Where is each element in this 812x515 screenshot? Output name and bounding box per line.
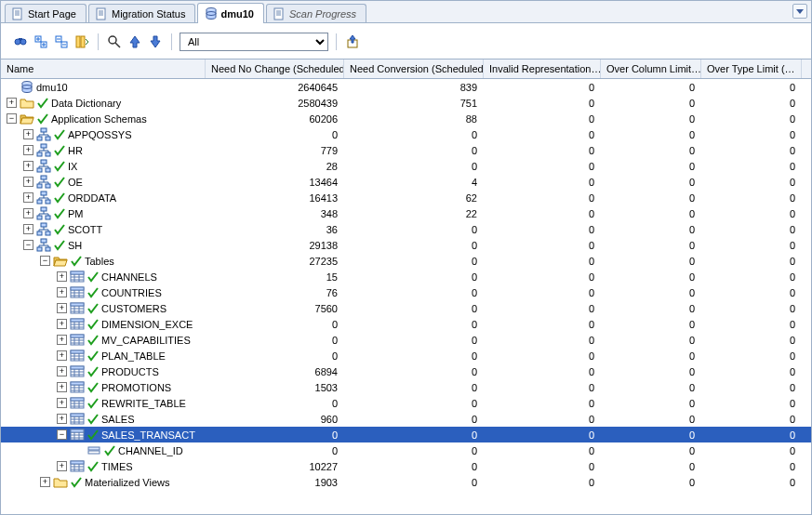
cell-value: 0	[484, 95, 601, 111]
collapse-icon[interactable]: −	[23, 240, 33, 250]
export-button[interactable]	[344, 33, 361, 50]
expand-icon[interactable]: +	[23, 177, 33, 187]
expand-icon[interactable]: +	[57, 414, 67, 424]
tree-row[interactable]: +PROMOTIONS15030000	[1, 379, 811, 395]
expand-icon[interactable]: +	[57, 366, 67, 376]
chevron-down-icon	[795, 7, 805, 16]
expand-icon[interactable]: +	[57, 461, 67, 471]
cell-value: 0	[601, 205, 701, 221]
expand-icon[interactable]: +	[57, 398, 67, 408]
tree-row[interactable]: +REWRITE_TABLE00000	[1, 395, 811, 411]
tree-row[interactable]: +PM34822000	[1, 205, 811, 221]
svg-rect-38	[41, 160, 47, 164]
expand-icon[interactable]: +	[23, 161, 33, 171]
tree-row[interactable]: +COUNTRIES760000	[1, 284, 811, 300]
collapse-node-button[interactable]	[53, 33, 70, 50]
col-invalid-representation[interactable]: Invalid Representation…	[484, 59, 601, 78]
cell-name: +CHANNELS	[1, 269, 206, 284]
tree-row[interactable]: dmu102640645839000	[1, 79, 811, 95]
schema-icon	[36, 238, 51, 253]
tab-dmu10[interactable]: dmu10	[197, 3, 263, 23]
tree-row[interactable]: +CUSTOMERS75600000	[1, 300, 811, 316]
tree-row[interactable]: +PRODUCTS68940000	[1, 363, 811, 379]
col-name[interactable]: Name	[1, 59, 206, 78]
cell-value: 0	[484, 332, 601, 348]
tree-row[interactable]: −SALES_TRANSACT00000	[1, 427, 811, 442]
tree-row[interactable]: +Data Dictionary2580439751000	[1, 95, 811, 111]
move-up-button[interactable]	[126, 33, 143, 50]
tree-row[interactable]: +DIMENSION_EXCE00000	[1, 316, 811, 332]
move-down-button[interactable]	[147, 33, 164, 50]
cell-value: 0	[601, 458, 701, 474]
expand-icon[interactable]: +	[23, 129, 33, 139]
tree-row[interactable]: +SALES9600000	[1, 411, 811, 427]
collapse-icon[interactable]: −	[40, 256, 50, 266]
expand-icon[interactable]: +	[57, 271, 67, 282]
cell-value: 0	[701, 174, 802, 190]
cell-value: 0	[484, 363, 601, 379]
tree-row[interactable]: +SCOTT360000	[1, 221, 811, 237]
cell-value: 0	[344, 348, 484, 363]
expand-icon[interactable]: +	[57, 287, 67, 297]
tree-row[interactable]: +HR7790000	[1, 142, 811, 158]
cell-value: 0	[484, 237, 601, 253]
collapse-icon[interactable]: −	[7, 113, 17, 124]
expand-icon[interactable]: +	[23, 224, 33, 234]
tab-scan-progress[interactable]: Scan Progress	[266, 4, 366, 22]
tree-row[interactable]: +IX280000	[1, 158, 811, 174]
tree-row[interactable]: −Application Schemas6020688000	[1, 111, 811, 126]
tree-row[interactable]: +TIMES102270000	[1, 458, 811, 474]
tree-plus-icon	[33, 34, 48, 49]
expand-icon[interactable]: +	[40, 477, 50, 487]
tab-overflow-button[interactable]	[792, 4, 807, 19]
expand-icon[interactable]: +	[57, 303, 67, 313]
tree-row[interactable]: CHANNEL_ID00000	[1, 442, 811, 458]
expand-icon[interactable]: +	[57, 319, 67, 329]
tree-row[interactable]: +MV_CAPABILITIES00000	[1, 332, 811, 348]
tree-row[interactable]: +PLAN_TABLE00000	[1, 348, 811, 363]
cell-value: 779	[206, 142, 344, 158]
cell-value: 1503	[206, 379, 344, 395]
tree-row[interactable]: +APPQOSSYS00000	[1, 126, 811, 142]
expand-icon[interactable]: +	[23, 145, 33, 155]
tab-migration-status[interactable]: Migration Status	[88, 4, 195, 22]
svg-marker-27	[151, 36, 160, 47]
tree-row[interactable]: +OE134644000	[1, 174, 811, 190]
expand-icon[interactable]: +	[23, 208, 33, 218]
tree-row[interactable]: +Materialized Views19030000	[1, 474, 811, 490]
check-icon	[87, 302, 100, 315]
node-label: CHANNELS	[101, 271, 157, 283]
col-over-type-limit[interactable]: Over Type Limit (…	[701, 59, 802, 78]
columns-button[interactable]	[73, 33, 90, 50]
col-need-no-change[interactable]: Need No Change (Scheduled)	[206, 59, 344, 78]
tree-row[interactable]: −SH291380000	[1, 237, 811, 253]
cell-value: 0	[206, 332, 344, 348]
collapse-icon[interactable]: −	[57, 429, 67, 440]
tree-row[interactable]: +ORDDATA1641362000	[1, 190, 811, 205]
tree-row[interactable]: +CHANNELS150000	[1, 269, 811, 284]
cell-value: 0	[601, 300, 701, 316]
svg-rect-132	[71, 429, 84, 432]
expand-icon[interactable]: +	[23, 192, 33, 203]
expand-icon[interactable]: +	[57, 382, 67, 392]
cell-value: 0	[601, 395, 701, 411]
expand-icon[interactable]: +	[57, 335, 67, 345]
tab-start-page[interactable]: Start Page	[5, 4, 87, 22]
expand-node-button[interactable]	[33, 33, 49, 50]
grid-body[interactable]: dmu102640645839000+Data Dictionary258043…	[1, 79, 811, 514]
cell-value: 0	[601, 142, 701, 158]
check-icon	[70, 476, 83, 489]
cell-name: +SALES	[1, 411, 206, 427]
col-over-column-limit[interactable]: Over Column Limit…	[601, 59, 701, 78]
find-button[interactable]	[12, 33, 29, 50]
tree-row[interactable]: −Tables272350000	[1, 253, 811, 269]
db-icon	[20, 80, 34, 95]
search-button[interactable]	[106, 33, 123, 50]
cell-value: 6894	[206, 363, 344, 379]
filter-combo[interactable]: All	[180, 33, 328, 51]
svg-rect-40	[46, 168, 50, 172]
col-need-conversion[interactable]: Need Conversion (Scheduled)	[344, 59, 484, 78]
cell-name: −Tables	[1, 253, 206, 269]
expand-icon[interactable]: +	[7, 98, 17, 108]
expand-icon[interactable]: +	[57, 350, 67, 361]
